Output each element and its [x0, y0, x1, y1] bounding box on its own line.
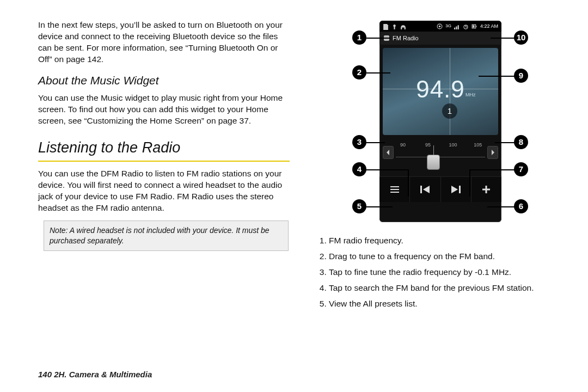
svg-rect-12 — [473, 26, 474, 28]
svg-rect-5 — [456, 27, 457, 30]
svg-rect-4 — [454, 28, 455, 29]
leader-4-drop — [408, 169, 409, 197]
leader-5 — [366, 206, 393, 207]
columns: In the next few steps, you’ll be asked t… — [38, 16, 566, 314]
phone-frame: 3G 4:22 AM FM Radio — [379, 21, 501, 222]
svg-rect-14 — [459, 186, 461, 193]
callout-7: 7 — [514, 162, 528, 176]
seek-next-button[interactable] — [441, 177, 471, 202]
callout-10: 10 — [514, 30, 528, 45]
note-box: Note: A wired headset is not included wi… — [44, 220, 289, 251]
legend-item-4: Tap to search the FM band for the previo… — [329, 283, 566, 294]
tuner-strip: 90 95 100 105 — [383, 138, 498, 171]
app-title-bar: FM Radio — [379, 32, 501, 45]
scale-baseline — [396, 157, 485, 157]
fine-tune-down-button[interactable] — [383, 146, 394, 159]
presets-list-button[interactable] — [379, 177, 410, 202]
radio-paragraph: You can use the DFM Radio to listen to F… — [38, 168, 290, 214]
right-column: 1 2 3 4 5 10 9 8 7 6 — [311, 16, 566, 314]
callout-1: 1 — [352, 30, 366, 45]
plus-icon — [482, 185, 491, 194]
leader-2 — [366, 72, 390, 74]
section-rule — [38, 161, 290, 162]
callout-legend: FM radio frequency. Drag to tune to a fr… — [318, 235, 566, 310]
callout-5: 5 — [352, 199, 366, 213]
svg-rect-13 — [420, 186, 422, 193]
callout-3: 3 — [352, 135, 366, 149]
leader-7-drop — [469, 169, 470, 197]
legend-item-2: Drag to tune to a frequency on the FM ba… — [329, 251, 566, 262]
frequency-display[interactable]: 94.9 MHz 1 — [383, 48, 498, 135]
fm-radio-diagram: 1 2 3 4 5 10 9 8 7 6 — [315, 21, 566, 228]
callout-8: 8 — [514, 135, 528, 149]
chevron-left-icon — [386, 150, 390, 155]
battery-icon — [471, 23, 477, 28]
list-icon — [390, 186, 399, 193]
page-footer: 140 2H. Camera & Multimedia — [38, 369, 152, 380]
scale-tick-90: 90 — [400, 142, 406, 148]
manual-page: In the next few steps, you’ll be asked t… — [0, 0, 588, 392]
scale-tick-100: 100 — [449, 142, 457, 148]
legend-item-3: Tap to fine tune the radio frequency by … — [329, 267, 566, 278]
seek-previous-button[interactable] — [410, 177, 440, 202]
frequency-value: 94.9 — [383, 73, 498, 105]
music-widget-paragraph: You can use the Music widget to play mus… — [38, 93, 290, 127]
callout-9: 9 — [514, 69, 528, 83]
headset-icon — [400, 24, 406, 29]
skip-next-icon — [451, 186, 461, 193]
status-left — [383, 24, 406, 29]
app-title-text: FM Radio — [393, 34, 419, 42]
leader-7 — [469, 169, 514, 170]
svg-rect-11 — [476, 26, 477, 27]
control-bar — [379, 176, 501, 202]
svg-rect-6 — [458, 26, 459, 30]
callout-4: 4 — [352, 162, 366, 176]
add-preset-button[interactable] — [471, 177, 501, 202]
note-text: A wired headset is not included with you… — [50, 226, 270, 245]
alarm-icon — [463, 23, 469, 28]
listening-to-radio-heading: Listening to the Radio — [38, 138, 290, 157]
status-time: 4:22 AM — [480, 23, 498, 29]
svg-rect-1 — [394, 26, 395, 29]
frequency-unit: MHz — [465, 91, 476, 98]
network-label: 3G — [445, 23, 451, 29]
fine-tune-up-button[interactable] — [487, 146, 498, 159]
status-bar: 3G 4:22 AM — [379, 21, 501, 32]
svg-point-3 — [439, 26, 440, 27]
chevron-right-icon — [491, 150, 495, 155]
leader-1 — [366, 38, 390, 39]
about-music-widget-heading: About the Music Widget — [38, 73, 290, 88]
leader-3 — [366, 142, 385, 143]
sd-card-icon — [383, 24, 389, 29]
current-preset-badge[interactable]: 1 — [442, 103, 457, 119]
skip-previous-icon — [420, 186, 430, 193]
callout-6: 6 — [514, 199, 528, 213]
leader-4 — [366, 169, 409, 170]
note-label: Note: — [50, 226, 68, 235]
scale-tick-95: 95 — [425, 142, 431, 148]
callout-2: 2 — [352, 65, 366, 79]
leader-6 — [487, 206, 514, 207]
left-column: In the next few steps, you’ll be asked t… — [38, 16, 293, 314]
signal-icon — [454, 23, 460, 28]
frequency-scale[interactable]: 90 95 100 105 — [396, 142, 485, 166]
svg-rect-16 — [482, 189, 490, 191]
legend-item-1: FM radio frequency. — [329, 235, 566, 247]
usb-icon — [391, 24, 397, 29]
bluetooth-paragraph: In the next few steps, you’ll be asked t… — [38, 20, 290, 65]
gps-icon — [437, 23, 443, 28]
leader-10 — [491, 38, 514, 39]
leader-9 — [479, 76, 514, 77]
status-right: 3G 4:22 AM — [437, 23, 498, 29]
scale-tick-105: 105 — [474, 142, 482, 148]
legend-item-5: View the All presets list. — [329, 298, 566, 310]
leader-8 — [495, 142, 514, 143]
tuning-thumb[interactable] — [427, 155, 440, 170]
